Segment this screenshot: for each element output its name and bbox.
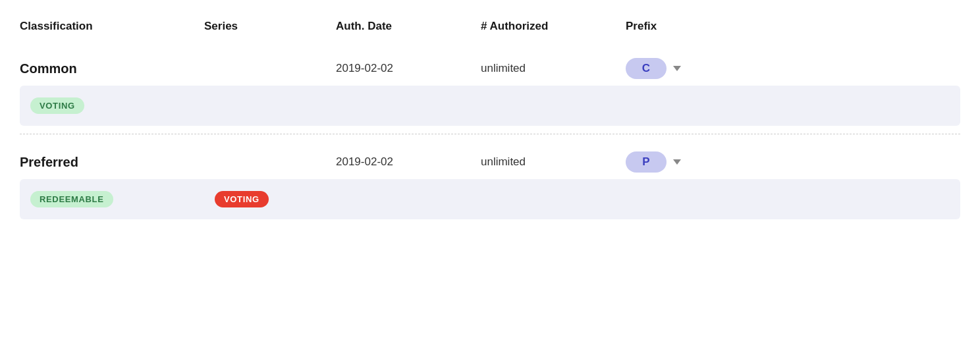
- stock-row-common: Common 2019-02-02 unlimited C: [20, 43, 960, 86]
- attributes-cell-common: VOTING: [30, 97, 215, 114]
- table-header: Classification Series Auth. Date # Autho…: [20, 13, 960, 43]
- stock-date-common: 2019-02-02: [336, 62, 481, 75]
- col-auth-date: Auth. Date: [336, 20, 481, 33]
- attributes-row-common: VOTING: [20, 86, 960, 126]
- tag-voting-common: VOTING: [30, 97, 84, 114]
- attributes-cell-preferred-col1: REDEEMABLE: [30, 191, 215, 207]
- stock-name-preferred: Preferred: [20, 155, 204, 170]
- col-prefix: Prefix: [626, 20, 757, 33]
- stock-section-common: Common 2019-02-02 unlimited C VOTING: [20, 43, 960, 126]
- col-series: Series: [204, 20, 336, 33]
- stock-table: Classification Series Auth. Date # Autho…: [20, 13, 960, 219]
- prefix-cell-preferred: P: [626, 151, 757, 173]
- stock-section-preferred: Preferred 2019-02-02 unlimited P REDEEMA…: [20, 137, 960, 219]
- prefix-cell-common: C: [626, 58, 757, 79]
- tag-redeemable-preferred: REDEEMABLE: [30, 191, 113, 207]
- attributes-row-preferred: REDEEMABLE VOTING: [20, 179, 960, 219]
- attributes-cell-preferred-col2: VOTING: [215, 191, 346, 207]
- prefix-badge-preferred: P: [626, 151, 667, 173]
- chevron-down-icon-common[interactable]: [673, 66, 681, 71]
- stock-date-preferred: 2019-02-02: [336, 155, 481, 169]
- stock-name-common: Common: [20, 61, 204, 76]
- stock-authorized-preferred: unlimited: [481, 155, 626, 169]
- stock-row-preferred: Preferred 2019-02-02 unlimited P: [20, 137, 960, 179]
- col-num-authorized: # Authorized: [481, 20, 626, 33]
- divider: [20, 134, 960, 134]
- col-classification: Classification: [20, 20, 204, 33]
- tag-voting-preferred: VOTING: [215, 191, 269, 207]
- prefix-badge-common: C: [626, 58, 667, 79]
- stock-authorized-common: unlimited: [481, 62, 626, 75]
- chevron-down-icon-preferred[interactable]: [673, 159, 681, 165]
